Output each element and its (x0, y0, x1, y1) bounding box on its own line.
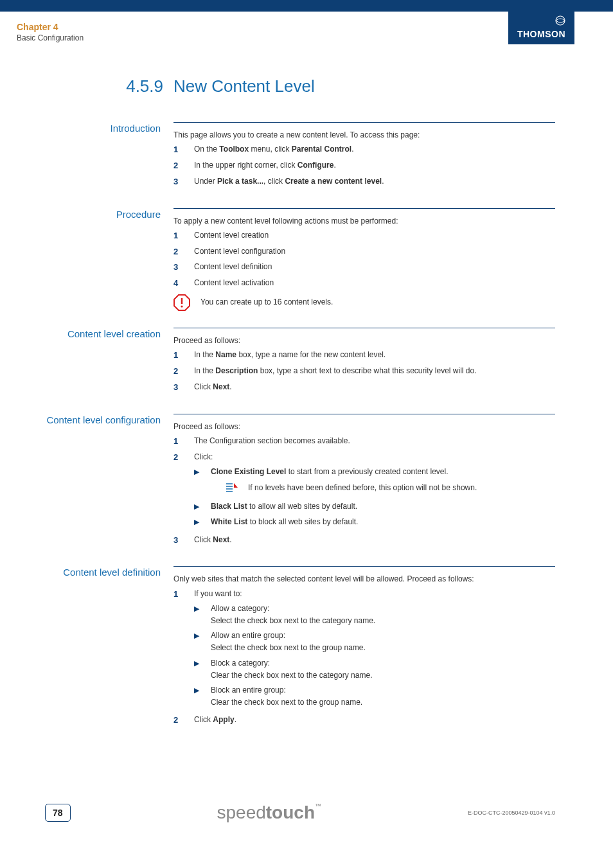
step-text: Click: (194, 452, 213, 461)
bullet-text: Allow an entire group:Select the check b… (211, 630, 555, 654)
step-number: 2 (173, 365, 194, 378)
step-text: The Configuration section becomes availa… (194, 435, 555, 448)
bullet-text: Black List to allow all web sites by def… (211, 500, 555, 513)
section-label: Content level configuration (0, 414, 173, 550)
list-item: 3Content level definition (173, 261, 555, 274)
bullet-text: Block an entire group:Clear the check bo… (211, 684, 555, 709)
section-title: New Content Level (173, 76, 315, 96)
step-number: 4 (173, 277, 194, 290)
list-item: ▶White List to block all web sites by de… (194, 516, 555, 529)
config-bullets: ▶ Clone Existing Level to start from a p… (194, 466, 555, 529)
config-steps: 1The Configuration section becomes avail… (173, 435, 555, 547)
chapter-block: Chapter 4 Basic Configuration (17, 22, 84, 44)
brand-globe-icon (517, 15, 565, 28)
bullet-arrow-icon: ▶ (194, 466, 211, 498)
step-text: In the Name box, type a name for the new… (194, 349, 555, 362)
definition-steps: 1 If you want to: ▶Allow a category:Sele… (173, 588, 555, 727)
bullet-arrow-icon: ▶ (194, 500, 211, 513)
footer-logo: speedtouch™ (217, 802, 321, 823)
note-text: You can create up to 16 content levels. (200, 296, 555, 308)
step-text: Click Next. (194, 534, 555, 547)
step-text: In the Description box, type a short tex… (194, 365, 555, 378)
note-list-icon (225, 482, 239, 493)
svg-point-0 (556, 16, 565, 25)
warning-icon (173, 294, 190, 311)
info-note: If no levels have been defined before, t… (225, 482, 555, 494)
list-item: 1 If you want to: ▶Allow a category:Sele… (173, 588, 555, 712)
intro-text: Proceed as follows: (173, 335, 555, 347)
bullet-arrow-icon: ▶ (194, 630, 211, 654)
section-number: 4.5.9 (0, 76, 173, 96)
page-footer: 78 speedtouch™ E-DOC-CTC-20050429-0104 v… (0, 802, 613, 823)
page-header: Chapter 4 Basic Configuration THOMSON (0, 12, 613, 44)
section-label: Content level definition (0, 566, 173, 730)
step-number: 3 (173, 534, 194, 547)
section-body: Proceed as follows: 1In the Name box, ty… (173, 328, 555, 397)
page-title: 4.5.9 New Content Level (0, 76, 613, 96)
svg-point-3 (181, 305, 182, 307)
procedure-steps: 1Content level creation 2Content level c… (173, 229, 555, 290)
intro-text: To apply a new content level following a… (173, 215, 555, 227)
step-number: 3 (173, 261, 194, 274)
step-text: Content level creation (194, 229, 555, 243)
section-procedure: Procedure To apply a new content level f… (0, 208, 555, 311)
chapter-title: Chapter 4 (17, 22, 84, 32)
step-text: Under Pick a task..., click Create a new… (194, 175, 555, 189)
list-item: 2In the Description box, type a short te… (173, 365, 555, 378)
top-bar (0, 0, 613, 12)
intro-text: Proceed as follows: (173, 421, 555, 433)
list-item: ▶Block a category:Clear the check box ne… (194, 657, 555, 682)
list-item: ▶Black List to allow all web sites by de… (194, 500, 555, 513)
step-text: Click Apply. (194, 714, 555, 727)
section-configuration: Content level configuration Proceed as f… (0, 414, 555, 550)
logo-bold: touch (266, 802, 315, 822)
step-number: 1 (173, 229, 194, 243)
definition-bullets: ▶Allow a category:Select the check box n… (194, 603, 555, 709)
list-item: ▶Allow an entire group:Select the check … (194, 630, 555, 654)
list-item: 2 In the upper right corner, click Confi… (173, 159, 555, 173)
step-text: Content level configuration (194, 245, 555, 259)
section-definition: Content level definition Only web sites … (0, 566, 555, 730)
list-item: 2 Click: ▶ Clone Existing Level to start… (173, 451, 555, 531)
content-area: Introduction This page allows you to cre… (0, 122, 613, 730)
step-number: 3 (173, 175, 194, 189)
intro-text: Only web sites that match the selected c… (173, 573, 555, 585)
list-item: 1In the Name box, type a name for the ne… (173, 349, 555, 362)
step-text: Click Next. (194, 381, 555, 394)
section-body: Proceed as follows: 1The Configuration s… (173, 414, 555, 550)
chapter-subtitle: Basic Configuration (17, 33, 84, 42)
logo-pre: speed (217, 802, 265, 822)
list-item: ▶Allow a category:Select the check box n… (194, 603, 555, 627)
list-item: ▶Block an entire group:Clear the check b… (194, 684, 555, 709)
list-item: 2Click Apply. (173, 714, 555, 727)
brand-text: THOMSON (517, 29, 565, 39)
section-creation: Content level creation Proceed as follow… (0, 328, 555, 397)
section-label: Procedure (0, 208, 173, 311)
list-item: 1 On the Toolbox menu, click Parental Co… (173, 143, 555, 157)
step-text: On the Toolbox menu, click Parental Cont… (194, 143, 555, 157)
bullet-arrow-icon: ▶ (194, 603, 211, 627)
step-number: 2 (173, 714, 194, 727)
bullet-text: Allow a category:Select the check box ne… (211, 603, 555, 627)
section-body: Only web sites that match the selected c… (173, 566, 555, 730)
step-number: 1 (173, 588, 194, 712)
step-number: 1 (173, 143, 194, 157)
document-id: E-DOC-CTC-20050429-0104 v1.0 (468, 810, 555, 816)
list-item: 4Content level activation (173, 277, 555, 290)
step-number: 2 (173, 245, 194, 259)
brand-badge: THOMSON (508, 12, 574, 44)
step-number: 3 (173, 381, 194, 394)
section-body: To apply a new content level following a… (173, 208, 555, 311)
step-number: 2 (173, 451, 194, 531)
bullet-arrow-icon: ▶ (194, 657, 211, 682)
page-number: 78 (45, 804, 71, 822)
list-item: 3Click Next. (173, 381, 555, 394)
step-number: 1 (173, 435, 194, 448)
section-label: Content level creation (0, 328, 173, 397)
logo-tm: ™ (315, 802, 321, 810)
list-item: 2Content level configuration (173, 245, 555, 259)
bullet-text: White List to block all web sites by def… (211, 516, 555, 529)
step-body: If you want to: ▶Allow a category:Select… (194, 588, 555, 712)
step-text: If you want to: (194, 589, 242, 598)
intro-steps: 1 On the Toolbox menu, click Parental Co… (173, 143, 555, 188)
